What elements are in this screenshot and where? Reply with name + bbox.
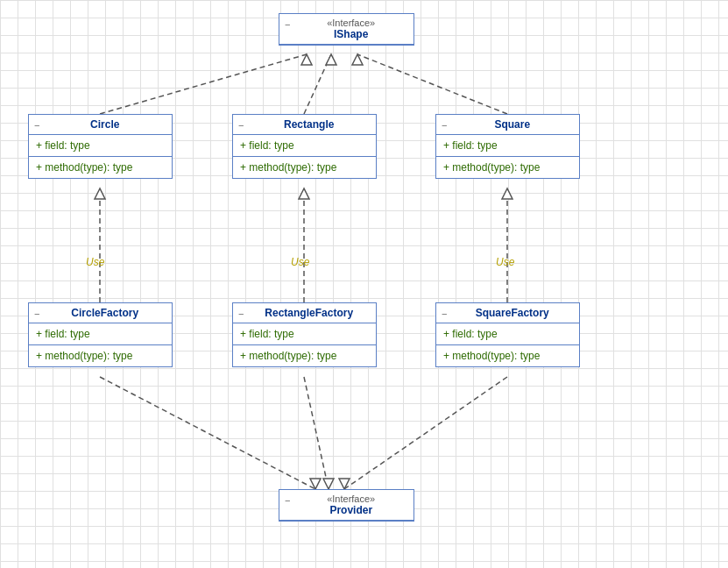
rectangle-collapse-icon[interactable]: − bbox=[238, 120, 244, 131]
svg-marker-15 bbox=[310, 479, 321, 489]
squarefactory-collapse-icon[interactable]: − bbox=[442, 309, 447, 319]
use-label-2: Use bbox=[291, 256, 309, 268]
ishape-stereotype: «Interface» bbox=[293, 18, 408, 28]
rectangle-classname: Rectangle bbox=[247, 118, 371, 131]
provider-collapse-icon[interactable]: − bbox=[285, 495, 290, 506]
provider-classname: Provider bbox=[293, 504, 408, 516]
svg-marker-11 bbox=[502, 188, 512, 199]
svg-marker-9 bbox=[299, 188, 309, 199]
ishape-collapse-icon[interactable]: − bbox=[285, 19, 290, 30]
use-label-3: Use bbox=[496, 256, 514, 268]
provider-box[interactable]: − «Interface» Provider bbox=[279, 489, 414, 522]
squarefactory-method: + method(type): type bbox=[436, 345, 579, 366]
squarefactory-box[interactable]: − SquareFactory + field: type + method(t… bbox=[435, 302, 580, 367]
circle-collapse-icon[interactable]: − bbox=[34, 120, 39, 131]
svg-marker-4 bbox=[326, 54, 336, 65]
square-field: + field: type bbox=[436, 135, 579, 157]
ishape-classname: IShape bbox=[293, 28, 408, 40]
provider-stereotype: «Interface» bbox=[293, 493, 408, 504]
circlefactory-method: + method(type): type bbox=[29, 345, 172, 366]
rectangle-method: + method(type): type bbox=[233, 157, 376, 178]
square-classname: Square bbox=[450, 118, 574, 131]
rectanglefactory-collapse-icon[interactable]: − bbox=[238, 309, 244, 319]
svg-marker-7 bbox=[95, 188, 105, 199]
svg-marker-3 bbox=[301, 54, 312, 65]
circlefactory-box[interactable]: − CircleFactory + field: type + method(t… bbox=[28, 302, 173, 367]
rectangle-field: + field: type bbox=[233, 135, 376, 157]
circle-field: + field: type bbox=[29, 135, 172, 157]
rectanglefactory-box[interactable]: − RectangleFactory + field: type + metho… bbox=[232, 302, 377, 367]
circle-method: + method(type): type bbox=[29, 157, 172, 178]
circlefactory-classname: CircleFactory bbox=[43, 307, 166, 319]
square-box[interactable]: − Square + field: type + method(type): t… bbox=[435, 114, 580, 179]
squarefactory-classname: SquareFactory bbox=[450, 307, 574, 319]
squarefactory-field: + field: type bbox=[436, 323, 579, 345]
rectanglefactory-method: + method(type): type bbox=[233, 345, 376, 366]
svg-marker-17 bbox=[339, 479, 350, 489]
svg-line-12 bbox=[100, 377, 315, 489]
svg-marker-16 bbox=[323, 479, 334, 489]
circlefactory-collapse-icon[interactable]: − bbox=[34, 309, 39, 319]
svg-line-13 bbox=[304, 377, 329, 489]
svg-line-0 bbox=[100, 54, 307, 114]
svg-line-14 bbox=[344, 377, 507, 489]
circlefactory-field: + field: type bbox=[29, 323, 172, 345]
svg-marker-5 bbox=[352, 54, 363, 65]
rectanglefactory-classname: RectangleFactory bbox=[247, 307, 371, 319]
square-collapse-icon[interactable]: − bbox=[442, 120, 447, 131]
circle-classname: Circle bbox=[43, 118, 166, 131]
ishape-box[interactable]: − «Interface» IShape bbox=[279, 13, 414, 46]
use-label-1: Use bbox=[86, 256, 104, 268]
rectanglefactory-field: + field: type bbox=[233, 323, 376, 345]
square-method: + method(type): type bbox=[436, 157, 579, 178]
svg-line-1 bbox=[304, 54, 331, 114]
diagram-arrows bbox=[0, 0, 728, 568]
rectangle-box[interactable]: − Rectangle + field: type + method(type)… bbox=[232, 114, 377, 179]
circle-box[interactable]: − Circle + field: type + method(type): t… bbox=[28, 114, 173, 179]
svg-line-2 bbox=[357, 54, 507, 114]
diagram-canvas: − «Interface» IShape − Circle + field: t… bbox=[0, 0, 728, 568]
